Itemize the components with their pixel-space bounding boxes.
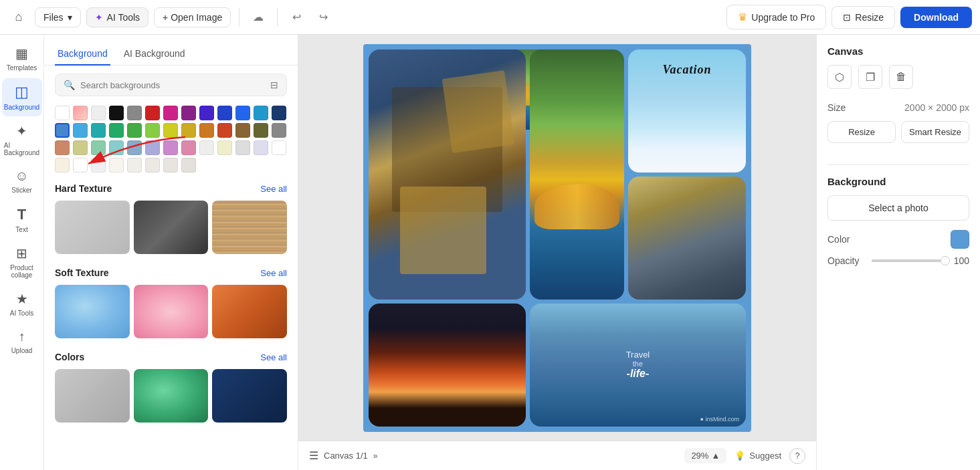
- background-color-swatch[interactable]: [951, 230, 969, 249]
- color-swatch[interactable]: [254, 140, 268, 155]
- color-swatch[interactable]: [254, 123, 268, 138]
- color-swatch[interactable]: [127, 123, 142, 138]
- sidebar-item-product-collage[interactable]: ⊞ Product collage: [2, 240, 42, 284]
- layers-icon[interactable]: ☰: [309, 449, 318, 462]
- colors-see-all[interactable]: See all: [260, 352, 287, 362]
- hard-texture-item-2[interactable]: [134, 201, 209, 254]
- select-photo-button[interactable]: Select a photo: [827, 195, 969, 221]
- color-swatch[interactable]: [217, 123, 232, 138]
- color-swatch[interactable]: [73, 106, 88, 120]
- color-swatch[interactable]: [127, 158, 142, 172]
- color-swatch[interactable]: [163, 106, 178, 120]
- color-swatch[interactable]: [163, 123, 178, 138]
- color-swatch[interactable]: [55, 158, 70, 172]
- download-button[interactable]: Download: [900, 7, 972, 28]
- soft-texture-item-2[interactable]: [134, 285, 209, 338]
- color-swatch[interactable]: [145, 123, 160, 138]
- color-item-gray[interactable]: [55, 369, 130, 423]
- color-swatch[interactable]: [181, 158, 196, 172]
- ai-tools-button[interactable]: ✦ AI Tools: [86, 7, 149, 27]
- color-swatch[interactable]: [254, 106, 268, 120]
- hard-texture-see-all[interactable]: See all: [260, 184, 287, 194]
- color-swatch[interactable]: [199, 106, 214, 120]
- color-swatch[interactable]: [127, 106, 142, 120]
- color-swatch[interactable]: [163, 158, 178, 172]
- zoom-control[interactable]: 29% ▲: [684, 448, 726, 463]
- sidebar-item-ai-tools-label: AI Tools: [10, 310, 33, 317]
- soft-texture-header: Soft Texture See all: [55, 267, 287, 278]
- resize-button[interactable]: ⊡ Resize: [831, 6, 895, 29]
- photo-campfire: [369, 304, 526, 427]
- color-swatch[interactable]: [109, 106, 124, 120]
- color-swatch[interactable]: [199, 140, 214, 155]
- canvas-nav-arrow[interactable]: »: [373, 451, 378, 461]
- color-item-green[interactable]: [134, 369, 209, 423]
- cloud-sync-icon[interactable]: ☁: [248, 7, 269, 28]
- color-swatch[interactable]: [109, 140, 124, 155]
- color-swatch[interactable]: [181, 140, 196, 155]
- suggest-button[interactable]: 💡 Suggest: [734, 451, 781, 461]
- tab-background[interactable]: Background: [55, 43, 110, 66]
- sidebar-item-text[interactable]: T Text: [2, 201, 42, 239]
- soft-texture-item-1[interactable]: [55, 285, 130, 338]
- upgrade-to-pro-button[interactable]: ♛ Upgrade to Pro: [726, 5, 826, 29]
- color-swatch[interactable]: [91, 123, 106, 138]
- undo-button[interactable]: ↩: [286, 7, 307, 28]
- sidebar-item-ai-tools[interactable]: ★ AI Tools: [2, 285, 42, 322]
- photo-car: [628, 177, 746, 300]
- color-swatch[interactable]: [199, 123, 214, 138]
- sidebar-item-upload[interactable]: ↑ Upload: [2, 324, 42, 360]
- sidebar-item-sticker[interactable]: ☺ Sticker: [2, 163, 42, 199]
- copy-canvas-button[interactable]: ⬡: [827, 65, 852, 89]
- filter-icon[interactable]: ⊟: [270, 80, 278, 90]
- color-swatch[interactable]: [73, 123, 88, 138]
- color-swatch[interactable]: [55, 106, 70, 120]
- color-swatch-selected[interactable]: [55, 123, 70, 138]
- color-swatch[interactable]: [73, 140, 88, 155]
- color-swatch[interactable]: [91, 158, 106, 172]
- smart-resize-button[interactable]: Smart Resize: [901, 121, 969, 143]
- color-swatch[interactable]: [55, 140, 70, 155]
- sidebar-item-ai-background[interactable]: ✦ AI Background: [2, 118, 42, 162]
- soft-texture-see-all[interactable]: See all: [260, 268, 287, 278]
- search-bar[interactable]: 🔍 ⊟: [55, 74, 287, 96]
- soft-texture-item-3[interactable]: [212, 285, 287, 338]
- color-item-navy[interactable]: [212, 369, 287, 423]
- opacity-slider-thumb[interactable]: [941, 256, 950, 265]
- color-swatch[interactable]: [235, 140, 250, 155]
- color-swatch[interactable]: [217, 106, 232, 120]
- open-image-button[interactable]: + Open Image: [154, 7, 231, 27]
- delete-canvas-button[interactable]: 🗑: [889, 65, 913, 89]
- files-menu[interactable]: Files ▾: [35, 7, 81, 27]
- home-button[interactable]: ⌂: [8, 7, 29, 28]
- color-swatch[interactable]: [181, 123, 196, 138]
- color-swatch[interactable]: [235, 123, 250, 138]
- color-swatch[interactable]: [272, 123, 286, 138]
- search-input[interactable]: [80, 80, 265, 90]
- color-swatch[interactable]: [235, 106, 250, 120]
- color-swatch[interactable]: [145, 106, 160, 120]
- color-swatch[interactable]: [109, 123, 124, 138]
- resize-action-button[interactable]: Resize: [827, 121, 896, 143]
- color-swatch[interactable]: [272, 106, 286, 120]
- sidebar-item-background[interactable]: ◫ Background: [2, 78, 42, 116]
- color-swatch[interactable]: [73, 158, 88, 172]
- color-swatch[interactable]: [181, 106, 196, 120]
- color-swatch[interactable]: [109, 158, 124, 172]
- color-swatch[interactable]: [217, 140, 232, 155]
- color-swatch[interactable]: [91, 140, 106, 155]
- color-swatch[interactable]: [127, 140, 142, 155]
- help-button[interactable]: ?: [789, 448, 805, 464]
- hard-texture-item-3[interactable]: [212, 201, 287, 254]
- sidebar-item-templates[interactable]: ▦ Templates: [2, 40, 42, 77]
- duplicate-canvas-button[interactable]: ❐: [858, 65, 882, 89]
- tab-ai-background[interactable]: AI Background: [121, 43, 188, 66]
- hard-texture-item-1[interactable]: [55, 201, 130, 254]
- redo-button[interactable]: ↪: [312, 7, 334, 28]
- color-swatch[interactable]: [145, 140, 160, 155]
- opacity-slider[interactable]: [872, 259, 949, 262]
- color-swatch[interactable]: [272, 140, 286, 155]
- color-swatch[interactable]: [163, 140, 178, 155]
- color-swatch[interactable]: [91, 106, 106, 120]
- color-swatch[interactable]: [145, 158, 160, 172]
